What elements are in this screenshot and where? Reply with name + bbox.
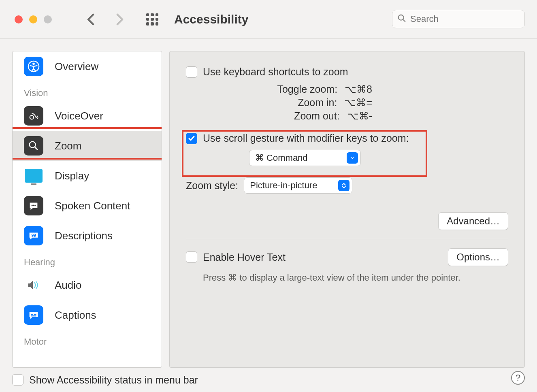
search-icon xyxy=(397,14,406,24)
sidebar-item-label: Audio xyxy=(55,279,82,292)
svg-point-8 xyxy=(32,205,33,206)
fullscreen-window-button[interactable] xyxy=(44,15,52,23)
sidebar-section-hearing: Hearing xyxy=(13,251,162,270)
advanced-row: Advanced… xyxy=(186,212,508,230)
shortcut-keys: ⌥⌘- xyxy=(347,110,372,122)
search-field[interactable] xyxy=(392,10,525,28)
search-wrap xyxy=(392,10,525,28)
hover-left: Enable Hover Text xyxy=(186,251,286,263)
window-controls xyxy=(15,15,52,23)
shortcut-row-toggle: Toggle zoom: ⌥⌘8 xyxy=(186,83,372,96)
audio-icon xyxy=(24,275,43,295)
svg-rect-12 xyxy=(31,314,33,315)
row-status-menubar: Show Accessibility status in menu bar xyxy=(12,374,198,386)
svg-rect-7 xyxy=(36,148,37,149)
divider xyxy=(186,239,508,239)
label-hover-text: Enable Hover Text xyxy=(203,251,286,263)
zoom-icon xyxy=(24,136,43,156)
sidebar-item-label: Captions xyxy=(55,309,96,322)
row-zoom-style: Zoom style: Picture-in-picture xyxy=(186,177,508,194)
show-all-prefs-button[interactable] xyxy=(145,12,160,27)
chevron-updown-icon xyxy=(338,180,349,191)
sidebar-item-label: Overview xyxy=(55,60,98,73)
advanced-button[interactable]: Advanced… xyxy=(438,212,508,230)
help-button[interactable]: ? xyxy=(511,371,525,385)
shortcut-row-in: Zoom in: ⌥⌘= xyxy=(186,96,372,109)
sidebar-item-voiceover[interactable]: VoiceOver xyxy=(13,101,162,131)
checkbox-keyboard-shortcuts[interactable] xyxy=(186,66,197,78)
svg-line-1 xyxy=(403,19,405,22)
checkbox-status-menubar[interactable] xyxy=(12,374,23,386)
options-button[interactable]: Options… xyxy=(448,248,508,266)
close-window-button[interactable] xyxy=(15,15,23,23)
page-title: Accessibility xyxy=(174,13,248,26)
row-hover-text: Enable Hover Text Options… xyxy=(186,248,508,266)
label-zoom-style: Zoom style: xyxy=(186,180,238,192)
modifier-select-value: ⌘ Command xyxy=(255,153,308,163)
options-label: Options… xyxy=(456,251,500,263)
sidebar-section-motor: Motor xyxy=(13,330,162,349)
shortcut-keys: ⌥⌘= xyxy=(344,97,372,109)
sidebar-item-zoom[interactable]: Zoom xyxy=(13,131,162,161)
label-scroll-gesture: Use scroll gesture with modifier keys to… xyxy=(203,132,409,144)
checkbox-hover-text[interactable] xyxy=(186,251,197,263)
sidebar-item-audio[interactable]: Audio xyxy=(13,270,162,300)
svg-text:99: 99 xyxy=(31,233,36,238)
svg-point-10 xyxy=(34,205,36,206)
spoken-content-icon xyxy=(24,196,43,215)
svg-point-3 xyxy=(32,63,35,65)
modifier-select[interactable]: ⌘ Command xyxy=(249,150,361,166)
body: Overview Vision VoiceOver Zoom Display S xyxy=(0,39,537,368)
zoom-style-value: Picture-in-picture xyxy=(250,180,317,191)
label-status-menubar: Show Accessibility status in menu bar xyxy=(29,374,198,386)
sidebar-item-label: Spoken Content xyxy=(55,200,130,212)
descriptions-icon: 99 xyxy=(24,226,43,245)
footer: Show Accessibility status in menu bar xyxy=(0,368,537,392)
svg-point-4 xyxy=(30,115,34,119)
sidebar-item-label: Display xyxy=(55,170,89,182)
minimize-window-button[interactable] xyxy=(29,15,37,23)
shortcut-label: Zoom in: xyxy=(186,97,337,109)
modifier-select-row: ⌘ Command xyxy=(249,150,508,166)
voiceover-icon xyxy=(24,106,43,126)
shortcut-label: Toggle zoom: xyxy=(186,83,337,95)
captions-icon xyxy=(24,305,43,325)
display-icon xyxy=(24,166,43,185)
checkbox-scroll-gesture[interactable] xyxy=(186,133,197,144)
main-panel: Use keyboard shortcuts to zoom Toggle zo… xyxy=(169,51,525,368)
advanced-label: Advanced… xyxy=(447,215,500,227)
chevron-down-icon xyxy=(347,152,358,164)
toolbar: Accessibility xyxy=(0,0,537,39)
nav-buttons xyxy=(83,12,127,27)
back-button[interactable] xyxy=(83,12,98,27)
shortcuts-list: Toggle zoom: ⌥⌘8 Zoom in: ⌥⌘= Zoom out: … xyxy=(186,83,372,123)
shortcut-label: Zoom out: xyxy=(186,110,340,122)
sidebar-item-display[interactable]: Display xyxy=(13,161,162,191)
zoom-style-select[interactable]: Picture-in-picture xyxy=(244,177,352,194)
svg-rect-13 xyxy=(34,314,36,315)
sidebar-item-label: VoiceOver xyxy=(55,110,103,122)
sidebar: Overview Vision VoiceOver Zoom Display S xyxy=(12,51,162,368)
search-input[interactable] xyxy=(410,14,520,24)
row-keyboard-shortcuts: Use keyboard shortcuts to zoom xyxy=(186,66,508,78)
help-icon: ? xyxy=(516,373,520,383)
forward-button[interactable] xyxy=(113,12,127,27)
sidebar-item-label: Zoom xyxy=(55,140,81,152)
label-keyboard-shortcuts: Use keyboard shortcuts to zoom xyxy=(203,66,348,78)
accessibility-icon xyxy=(24,57,43,76)
sidebar-item-descriptions[interactable]: 99 Descriptions xyxy=(13,221,162,251)
sidebar-item-spoken-content[interactable]: Spoken Content xyxy=(13,191,162,221)
sidebar-item-label: Descriptions xyxy=(55,230,113,242)
shortcut-keys: ⌥⌘8 xyxy=(345,83,372,95)
sidebar-item-overview[interactable]: Overview xyxy=(13,51,162,81)
svg-rect-14 xyxy=(31,315,36,316)
row-scroll-gesture: Use scroll gesture with modifier keys to… xyxy=(186,132,508,144)
shortcut-row-out: Zoom out: ⌥⌘- xyxy=(186,109,372,123)
svg-point-9 xyxy=(33,205,34,206)
sidebar-section-vision: Vision xyxy=(13,81,162,101)
hover-hint: Press ⌘ to display a large-text view of … xyxy=(203,273,508,283)
sidebar-item-captions[interactable]: Captions xyxy=(13,300,162,330)
